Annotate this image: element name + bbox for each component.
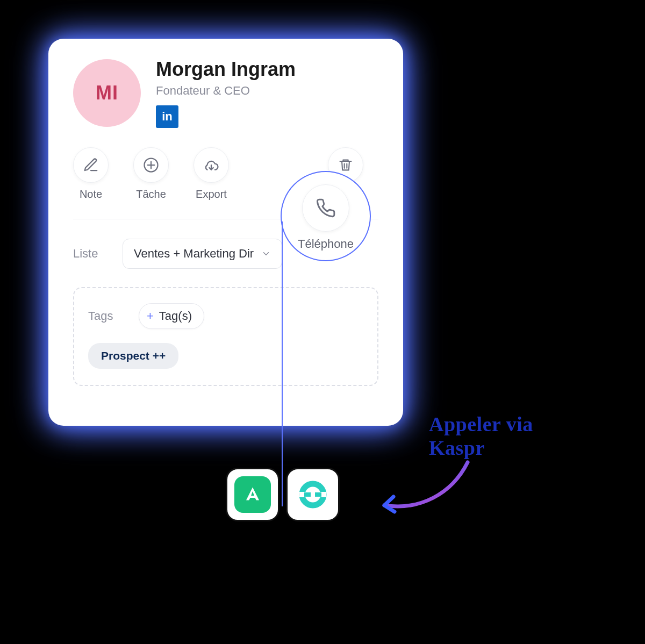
aircall-tile[interactable] — [226, 468, 280, 521]
contact-name: Morgan Ingram — [156, 58, 296, 81]
tag-chip-label: Prospect ++ — [101, 349, 166, 362]
connector-line — [282, 221, 283, 506]
note-action[interactable]: Note — [73, 147, 109, 201]
export-label: Export — [196, 188, 227, 201]
callout-text: Appeler via Kaspr — [429, 413, 533, 460]
contact-role: Fondateur & CEO — [156, 84, 296, 98]
phone-highlight: Téléphone — [281, 171, 371, 261]
profile-info: Morgan Ingram Fondateur & CEO in — [156, 59, 296, 128]
callout-line2: Kaspr — [429, 437, 533, 460]
list-dropdown[interactable]: Ventes + Marketing Dir — [123, 239, 282, 269]
add-tag-button[interactable]: + Tag(s) — [139, 303, 204, 329]
card-glow: MI Morgan Ingram Fondateur & CEO in Note — [43, 33, 408, 431]
note-icon — [73, 147, 109, 183]
profile-header: MI Morgan Ingram Fondateur & CEO in — [73, 59, 378, 128]
export-action[interactable]: Export — [194, 147, 229, 201]
phone-icon — [316, 198, 336, 218]
ringover-icon — [297, 478, 329, 511]
task-action[interactable]: Tâche — [133, 147, 169, 201]
tags-box: Tags + Tag(s) Prospect ++ — [73, 287, 378, 386]
plus-mini-icon: + — [147, 309, 154, 323]
list-selected: Ventes + Marketing Dir — [134, 247, 254, 261]
list-label: Liste — [73, 247, 108, 261]
tag-chip[interactable]: Prospect ++ — [88, 343, 178, 369]
callout-line1: Appeler via — [429, 413, 533, 437]
avatar: MI — [73, 59, 141, 127]
chevron-down-icon — [261, 249, 271, 259]
aircall-icon — [234, 476, 271, 513]
phone-action[interactable] — [302, 184, 349, 232]
svg-rect-8 — [315, 492, 321, 497]
svg-rect-6 — [299, 492, 326, 497]
integration-apps — [226, 468, 340, 521]
svg-rect-7 — [304, 492, 311, 497]
avatar-initials: MI — [96, 82, 118, 104]
ringover-tile[interactable] — [286, 468, 340, 521]
linkedin-icon[interactable]: in — [156, 105, 178, 128]
callout-arrow — [360, 457, 478, 543]
task-label: Tâche — [136, 188, 166, 201]
tags-row: Tags + Tag(s) — [88, 303, 363, 329]
phone-label: Téléphone — [298, 237, 354, 251]
add-tag-label: Tag(s) — [159, 309, 192, 323]
cloud-download-icon — [194, 147, 229, 183]
note-label: Note — [80, 188, 102, 201]
contact-card: MI Morgan Ingram Fondateur & CEO in Note — [48, 39, 403, 426]
tags-label: Tags — [88, 309, 123, 323]
plus-icon — [133, 147, 169, 183]
linkedin-label: in — [162, 110, 173, 124]
